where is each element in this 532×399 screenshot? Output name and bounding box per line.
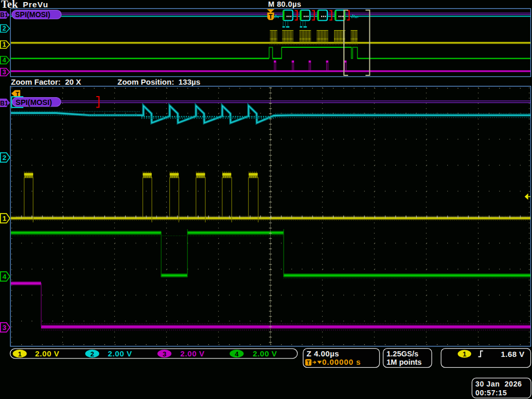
svg-text:1.25GS/s: 1.25GS/s bbox=[387, 350, 418, 358]
svg-text:3: 3 bbox=[3, 69, 6, 76]
svg-text:B1: B1 bbox=[0, 11, 8, 19]
svg-text:1: 1 bbox=[3, 41, 6, 48]
svg-text:00:57:15: 00:57:15 bbox=[475, 389, 507, 397]
svg-text:Zoom Factor: 20 X: Zoom Factor: 20 X bbox=[11, 77, 81, 86]
svg-text:1M points: 1M points bbox=[387, 358, 422, 366]
svg-text:T: T bbox=[269, 13, 273, 20]
svg-text:Z 4.00µs: Z 4.00µs bbox=[307, 349, 339, 358]
svg-text:2.00 V: 2.00 V bbox=[253, 349, 277, 358]
svg-text:SPI(MOSI): SPI(MOSI) bbox=[15, 10, 50, 19]
svg-text:1: 1 bbox=[18, 350, 21, 358]
svg-text:2.00 V: 2.00 V bbox=[35, 349, 60, 358]
svg-text:B1: B1 bbox=[0, 100, 8, 107]
svg-text:30 Jan 2026: 30 Jan 2026 bbox=[475, 380, 522, 388]
svg-text:1: 1 bbox=[462, 350, 466, 358]
svg-text:2.00 V: 2.00 V bbox=[108, 349, 132, 358]
svg-text:T: T bbox=[16, 91, 19, 97]
svg-text:4: 4 bbox=[235, 350, 239, 358]
svg-text:M 80.0µs: M 80.0µs bbox=[268, 0, 301, 8]
svg-text:2: 2 bbox=[90, 350, 94, 358]
svg-text:1: 1 bbox=[3, 215, 7, 222]
svg-text:Zoom Position: 133µs: Zoom Position: 133µs bbox=[117, 77, 201, 86]
svg-text:4: 4 bbox=[3, 273, 7, 281]
svg-text:2.00 V: 2.00 V bbox=[180, 349, 205, 358]
svg-text:3: 3 bbox=[163, 350, 166, 358]
svg-text:SPI(MOSI): SPI(MOSI) bbox=[16, 98, 52, 107]
svg-text:4: 4 bbox=[3, 57, 6, 64]
svg-text:T: T bbox=[307, 360, 310, 366]
svg-text:PreVu: PreVu bbox=[23, 0, 48, 9]
svg-text:0.00000 s: 0.00000 s bbox=[322, 357, 361, 366]
svg-text:3: 3 bbox=[3, 324, 7, 331]
svg-text:1.68 V: 1.68 V bbox=[501, 350, 525, 358]
svg-text:2: 2 bbox=[3, 154, 7, 162]
svg-text:2: 2 bbox=[3, 25, 6, 32]
